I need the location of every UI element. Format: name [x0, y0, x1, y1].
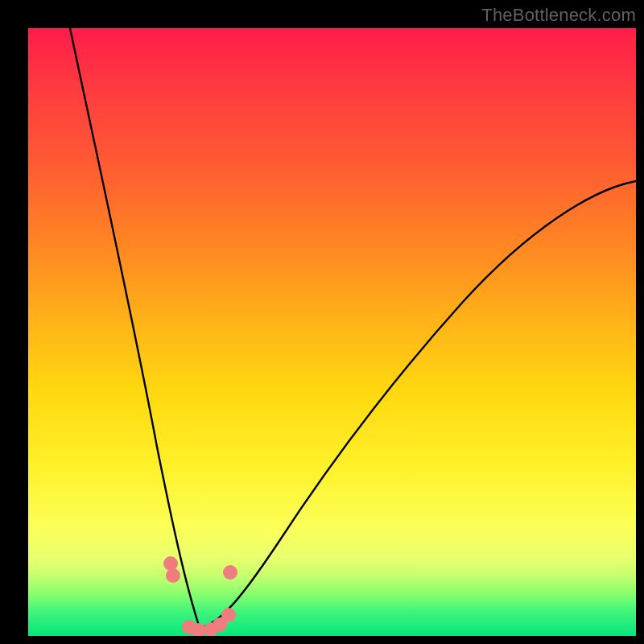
svg-point-6: [221, 608, 236, 622]
plot-area: [28, 28, 636, 636]
svg-point-1: [166, 568, 180, 583]
curve-left: [70, 28, 200, 628]
svg-point-7: [223, 565, 237, 580]
svg-point-0: [163, 556, 178, 571]
curve-layer: [28, 28, 636, 636]
watermark-text: TheBottleneck.com: [481, 5, 636, 26]
trough-dots: [163, 556, 237, 636]
chart-frame: TheBottleneck.com: [0, 0, 644, 644]
curve-right: [200, 181, 636, 628]
